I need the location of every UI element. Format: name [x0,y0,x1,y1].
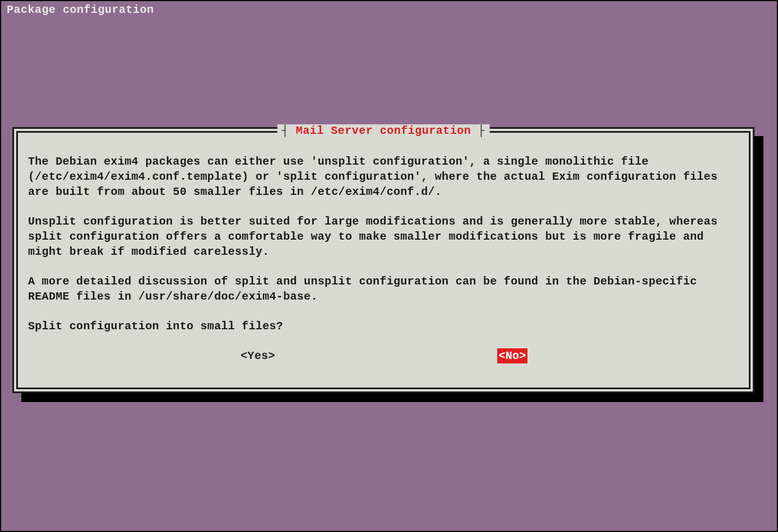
dialog-question: Split configuration into small files? [28,319,739,334]
dialog-inner: Mail Server configuration The Debian exi… [16,131,751,389]
button-row: <Yes> <No> [28,348,739,363]
dialog-paragraph: A more detailed discussion of split and … [28,274,739,304]
page-title: Package configuration [1,1,777,18]
dialog-box: Mail Server configuration The Debian exi… [12,127,754,393]
terminal-screen: Package configuration Mail Server config… [0,0,778,532]
no-button[interactable]: <No> [497,348,527,363]
dialog-content: The Debian exim4 packages can either use… [28,154,739,363]
yes-button[interactable]: <Yes> [239,348,276,363]
dialog-title: Mail Server configuration [277,124,490,137]
dialog-paragraph: The Debian exim4 packages can either use… [28,154,739,199]
dialog-paragraph: Unsplit configuration is better suited f… [28,214,739,259]
